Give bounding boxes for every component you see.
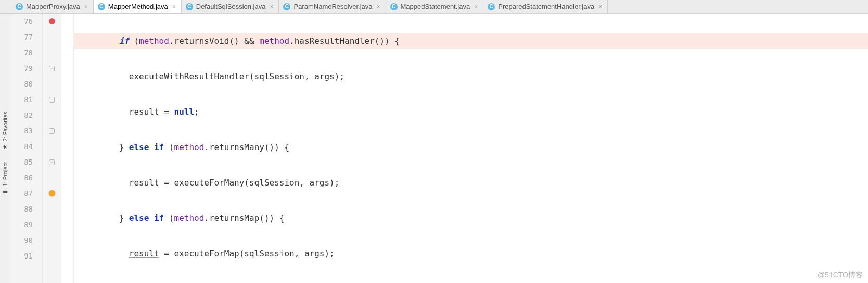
tab-defaultsqlsession[interactable]: C DefaultSqlSession.java × xyxy=(182,0,279,13)
fold-toggle-icon[interactable]: − xyxy=(49,128,55,134)
fold-column xyxy=(61,14,74,283)
fold-toggle-icon[interactable]: − xyxy=(49,97,55,103)
tab-mapperproxy[interactable]: C MapperProxy.java × xyxy=(11,0,94,13)
line-number-gutter[interactable]: 76 77 78 79 80 81 82 83 84 85 86 87 88 8… xyxy=(10,14,43,283)
tab-mappermethod[interactable]: C MapperMethod.java × xyxy=(94,0,182,13)
editor-area: ★ 2: Favorites ▮ 1: Project 76 77 78 79 … xyxy=(0,14,868,283)
java-class-icon: C xyxy=(186,3,193,10)
line-number: 88 xyxy=(10,201,33,217)
code-line: if (method.returnsVoid() && method.hasRe… xyxy=(74,33,868,49)
code-line: result = null; xyxy=(74,104,868,120)
close-icon[interactable]: × xyxy=(375,3,381,10)
line-number: 80 xyxy=(10,76,33,92)
java-class-icon: C xyxy=(488,3,495,10)
code-editor[interactable]: if (method.returnsVoid() && method.hasRe… xyxy=(74,14,868,283)
line-number: 89 xyxy=(10,217,33,232)
line-number: 81 xyxy=(10,92,33,107)
tab-label: MapperProxy.java xyxy=(26,3,80,10)
tab-label: MappedStatement.java xyxy=(401,3,470,10)
line-number: 87 xyxy=(10,186,33,201)
fold-toggle-icon[interactable]: − xyxy=(49,66,55,71)
code-line: executeWithResultHandler(sqlSession, arg… xyxy=(74,69,868,84)
line-number: 78 xyxy=(10,45,33,60)
tool-window-bar: ★ 2: Favorites ▮ 1: Project xyxy=(0,14,10,283)
close-icon[interactable]: × xyxy=(269,3,274,10)
java-class-icon: C xyxy=(390,3,398,10)
close-icon[interactable]: × xyxy=(597,3,603,10)
tab-label: PreparedStatementHandler.java xyxy=(498,3,594,10)
error-marker-icon[interactable] xyxy=(49,18,55,24)
intention-bulb-icon[interactable] xyxy=(49,190,55,196)
java-class-icon: C xyxy=(16,3,23,10)
editor-tabs-bar: C MapperProxy.java × C MapperMethod.java… xyxy=(0,0,868,14)
line-number: 84 xyxy=(10,139,33,154)
code-line: } else if (method.returnsMap()) { xyxy=(74,211,868,226)
annotation-gutter: − − − − xyxy=(43,14,61,283)
watermark-text: @51CTO博客 xyxy=(818,270,863,280)
fold-toggle-icon[interactable]: − xyxy=(49,159,55,165)
tab-mappedstatement[interactable]: C MappedStatement.java × xyxy=(386,0,484,13)
tab-label: DefaultSqlSession.java xyxy=(196,3,266,10)
tab-paramnameresolver[interactable]: C ParamNameResolver.java × xyxy=(279,0,386,13)
java-class-icon: C xyxy=(98,3,105,10)
tab-label: MapperMethod.java xyxy=(108,3,168,10)
tab-label: ParamNameResolver.java xyxy=(293,3,372,10)
code-line: } else if (method.returnsMany()) { xyxy=(74,140,868,155)
line-number: 76 xyxy=(10,14,33,29)
line-number: 90 xyxy=(10,232,33,248)
close-icon[interactable]: × xyxy=(171,3,177,10)
close-icon[interactable]: × xyxy=(473,3,479,10)
line-number: 82 xyxy=(10,107,33,123)
line-number: 86 xyxy=(10,170,33,186)
line-number: 83 xyxy=(10,123,33,139)
code-line: result = executeForMap(sqlSession, args)… xyxy=(74,246,868,262)
line-number: 85 xyxy=(10,154,33,170)
line-number: 79 xyxy=(10,60,33,76)
code-line: result = executeForMany(sqlSession, args… xyxy=(74,175,868,191)
project-tool-tab[interactable]: ▮ 1: Project xyxy=(1,158,9,201)
tab-preparedstatementhandler[interactable]: C PreparedStatementHandler.java × xyxy=(483,0,608,13)
close-icon[interactable]: × xyxy=(83,3,89,10)
favorites-tool-tab[interactable]: ★ 2: Favorites xyxy=(1,107,9,156)
line-number: 91 xyxy=(10,248,33,264)
java-class-icon: C xyxy=(283,3,290,10)
line-number: 77 xyxy=(10,29,33,45)
